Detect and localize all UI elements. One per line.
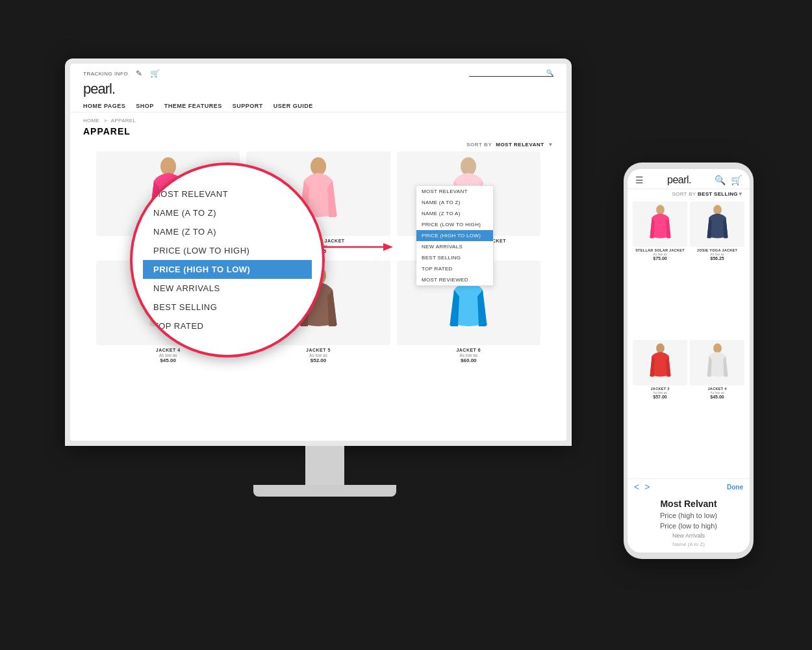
sort-option-most-reviewed[interactable]: MOST REVIEWED [416, 274, 493, 285]
sort-option-best-selling[interactable]: BEST SELLING [416, 252, 493, 263]
sort-option-name-za[interactable]: NAME (Z TO A) [416, 208, 493, 219]
sort-value[interactable]: MOST RELEVANT [496, 142, 544, 148]
sort-option-price-low[interactable]: PRICE (LOW TO HIGH) [416, 219, 493, 230]
phone-search-icon[interactable]: 🔍 [715, 175, 726, 185]
scene: TRACKING INFO ✎ 🛒 🔍 pearl. HOME PAGES S [32, 32, 780, 618]
phone-product-price: $57.00 [633, 395, 687, 399]
svg-point-10 [656, 343, 665, 353]
chevron-down-icon[interactable]: ▼ [548, 142, 553, 148]
svg-point-1 [311, 157, 326, 176]
search-icon[interactable]: 🔍 [546, 70, 553, 76]
phone-sort-most-relevant[interactable]: Most Relvant [635, 497, 742, 510]
product-price: $52.00 [246, 358, 390, 363]
svg-point-8 [656, 205, 665, 214]
nav-user-guide[interactable]: USER GUIDE [273, 103, 313, 109]
nav-shop[interactable]: SHOP [136, 103, 154, 109]
product-price: $60.00 [397, 358, 540, 363]
search-bar[interactable]: 🔍 [469, 70, 553, 77]
phone-product-price: $75.00 [633, 256, 687, 261]
mag-new-arrivals[interactable]: NEW ARRIVALS [143, 279, 312, 298]
monitor-neck [305, 446, 344, 485]
phone-jacket-svg [706, 342, 729, 384]
sort-option-most-relevant[interactable]: MOST RELEVANT [416, 186, 493, 197]
phone-cart-icon[interactable]: 🛒 [731, 175, 742, 185]
mag-top-rated[interactable]: TOP RATED [143, 317, 312, 335]
svg-point-2 [461, 157, 476, 176]
svg-point-9 [713, 205, 722, 214]
breadcrumb-current: APPAREL [111, 118, 136, 124]
phone-sort-name-az[interactable]: Name (A to Z) [635, 540, 742, 549]
product-price-label: As low as [246, 353, 390, 358]
mobile-phone: ☰ pearl. 🔍 🛒 SORT BY BEST SELLING ▼ [624, 162, 754, 559]
phone-chevron-icon[interactable]: ▼ [738, 191, 743, 197]
hamburger-icon[interactable]: ☰ [635, 175, 644, 185]
site-nav: HOME PAGES SHOP THEME FEATURES SUPPORT U… [83, 100, 553, 112]
tracking-info-label: TRACKING INFO [83, 71, 128, 77]
cart-icon[interactable]: 🛒 [150, 69, 159, 78]
phone-next-arrow[interactable]: > [644, 482, 650, 492]
phone-product-card[interactable]: JACKET 4 As low as $45.00 [690, 340, 744, 476]
product-name: JACKET 6 [397, 348, 540, 352]
phone-prev-arrow[interactable]: < [634, 482, 639, 492]
breadcrumb: HOME > APPAREL [83, 118, 553, 124]
phone-sort-value[interactable]: BEST SELLING [698, 191, 738, 197]
phone-logo[interactable]: pearl. [667, 174, 691, 186]
nav-theme-features[interactable]: THEME FEATURES [164, 103, 222, 109]
phone-product-image [690, 340, 744, 385]
magnified-dropdown: MOST RELEVANT NAME (A TO Z) NAME (Z TO A… [130, 162, 325, 358]
phone-sort-label: SORT BY [672, 191, 696, 197]
top-bar: TRACKING INFO ✎ 🛒 🔍 [83, 69, 553, 78]
phone-sort-price-high[interactable]: Price (high to low) [635, 510, 742, 521]
nav-support[interactable]: SUPPORT [233, 103, 263, 109]
phone-jacket-svg [649, 203, 672, 246]
nav-home-pages[interactable]: HOME PAGES [83, 103, 125, 109]
site-header: TRACKING INFO ✎ 🛒 🔍 pearl. HOME PAGES S [70, 64, 566, 112]
phone-nav: < > Done [628, 478, 750, 495]
logo-row: pearl. [83, 81, 553, 98]
mag-price-low[interactable]: PRICE (LOW TO HIGH) [143, 241, 312, 260]
page-title: APPAREL [83, 126, 553, 136]
sort-option-new-arrivals[interactable]: NEW ARRIVALS [416, 241, 493, 252]
breadcrumb-separator: > [104, 118, 107, 124]
phone-icons: 🔍 🛒 [715, 175, 742, 185]
search-input[interactable] [469, 70, 546, 76]
phone-product-image [633, 202, 687, 247]
site-logo[interactable]: pearl. [83, 81, 115, 98]
mag-name-az[interactable]: NAME (A TO Z) [143, 203, 312, 222]
sort-option-top-rated[interactable]: TOP RATED [416, 263, 493, 274]
desktop-monitor: TRACKING INFO ✎ 🛒 🔍 pearl. HOME PAGES S [65, 58, 585, 592]
phone-done-button[interactable]: Done [727, 484, 743, 491]
phone-sort-bar: SORT BY BEST SELLING ▼ [628, 189, 750, 199]
sort-dropdown: MOST RELEVANT NAME (A TO Z) NAME (Z TO A… [416, 185, 494, 286]
sort-bar: SORT BY MOST RELEVANT ▼ [83, 142, 553, 148]
mag-most-relevant[interactable]: MOST RELEVANT [143, 185, 312, 203]
product-price: $45.00 [96, 358, 240, 363]
phone-nav-arrows: < > [634, 482, 650, 492]
phone-sort-new-arrivals[interactable]: New Arrivals [635, 531, 742, 540]
monitor-base [253, 485, 396, 497]
magnified-content: MOST RELEVANT NAME (A TO Z) NAME (Z TO A… [143, 185, 312, 335]
phone-product-card[interactable]: STELLAR SOLAR JACKET As low as $75.00 [633, 202, 687, 337]
sort-option-price-high[interactable]: PRICE (HIGH TO LOW) [416, 230, 493, 241]
phone-product-price: $56.25 [690, 256, 744, 261]
phone-screen: ☰ pearl. 🔍 🛒 SORT BY BEST SELLING ▼ [628, 169, 750, 552]
breadcrumb-home[interactable]: HOME [83, 118, 99, 124]
user-icon[interactable]: ✎ [134, 69, 144, 78]
phone-jacket-svg [649, 342, 672, 384]
sort-option-name-az[interactable]: NAME (A TO Z) [416, 197, 493, 208]
phone-sort-options: Most Relvant Price (high to low) Price (… [628, 495, 750, 552]
sort-label: SORT BY [466, 142, 492, 148]
phone-product-card[interactable]: JACKET 3 As low as $57.00 [633, 340, 687, 476]
svg-point-0 [160, 157, 176, 176]
mag-name-za[interactable]: NAME (Z TO A) [143, 222, 312, 241]
phone-products-grid: STELLAR SOLAR JACKET As low as $75.00 [628, 199, 750, 478]
phone-header: ☰ pearl. 🔍 🛒 [628, 169, 750, 189]
phone-product-image [690, 202, 744, 247]
phone-product-price: $45.00 [690, 395, 744, 399]
phone-product-image [633, 340, 687, 385]
mag-price-high[interactable]: PRICE (HIGH TO LOW) [143, 260, 312, 279]
phone-sort-price-low[interactable]: Price (low to high) [635, 521, 742, 531]
phone-product-card[interactable]: JOSIE YOGA JACKET As low as $56.25 [690, 202, 744, 337]
mag-best-selling[interactable]: BEST SELLING [143, 298, 312, 317]
product-price-label: As low as [397, 353, 540, 358]
